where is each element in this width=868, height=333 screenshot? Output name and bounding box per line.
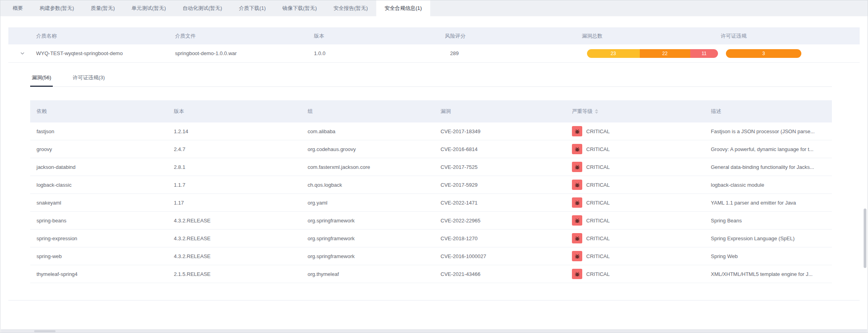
vuln-segment-2: 11 (690, 49, 718, 58)
table-row[interactable]: spring-expression 4.3.2.RELEASE org.spri… (30, 230, 832, 247)
media-header-file: 介质文件 (175, 33, 314, 40)
description-cell: Spring Web (704, 253, 832, 259)
media-name-cell: WYQ-TEST-wyqtest-springboot-demo (36, 50, 175, 56)
description-cell: Fastjson is a JSON processor (JSON parse… (704, 128, 832, 134)
vuln-header-severity[interactable]: 严重等级 (566, 108, 704, 115)
risk-score-cell: 289 (445, 50, 582, 56)
dependency-cell: thymeleaf-spring4 (30, 271, 167, 277)
version-cell: 1.17 (167, 200, 301, 206)
cve-cell: CVE-2017-5929 (434, 182, 566, 188)
sort-desc-icon[interactable] (595, 112, 598, 114)
dependency-cell: logback-classic (30, 182, 167, 188)
table-row[interactable]: fastjson 1.2.14 com.alibaba CVE-2017-183… (30, 122, 832, 140)
severity-critical-badge (572, 233, 582, 243)
group-cell: org.springframework (301, 218, 434, 224)
media-header-risk: 风险评分 (445, 33, 582, 40)
dependency-cell: spring-expression (30, 235, 167, 241)
version-cell: 2.8.1 (167, 164, 301, 170)
group-cell: com.fasterxml.jackson.core (301, 164, 434, 170)
vuln-header-description: 描述 (704, 108, 832, 115)
vuln-total-cell: 232211 (582, 49, 721, 58)
security-compliance-panel: 介质名称 介质文件 版本 风险评分 漏洞总数 许可证违规 WYQ-TEST-wy… (0, 16, 868, 300)
media-file-cell: springboot-demo-1.0.0.war (175, 50, 314, 56)
description-cell: Groovy: A powerful, dynamic language for… (704, 146, 832, 152)
tab-unit-test[interactable]: 单元测试(暂无) (123, 0, 174, 16)
description-cell: Spring Beans (704, 218, 832, 224)
horizontal-scrollbar-track[interactable] (1, 329, 867, 333)
tab-image-download[interactable]: 镜像下载(暂无) (274, 0, 325, 16)
table-row[interactable]: spring-web 4.3.2.RELEASE org.springframe… (30, 247, 832, 265)
version-cell: 2.4.7 (167, 146, 301, 152)
severity-cell: CRITICAL (566, 251, 704, 261)
severity-critical-badge (572, 215, 582, 226)
description-cell: YAML 1.1 parser and emitter for Java (704, 200, 832, 206)
group-cell: org.springframework (301, 235, 434, 241)
sort-asc-icon[interactable] (595, 109, 598, 111)
tab-security-compliance[interactable]: 安全合规信息(1) (376, 0, 430, 16)
cve-cell: CVE-2016-1000027 (434, 253, 566, 259)
vertical-scrollbar-thumb[interactable] (864, 209, 866, 268)
expand-cell[interactable] (8, 51, 36, 56)
tab-auto-test[interactable]: 自动化测试(暂无) (174, 0, 231, 16)
version-cell: 2.1.5.RELEASE (167, 271, 301, 277)
severity-critical-badge (572, 251, 582, 261)
media-header-vuln-total: 漏洞总数 (582, 33, 721, 40)
group-cell: org.springframework (301, 253, 434, 259)
version-cell: 1.2.14 (167, 128, 301, 134)
table-row[interactable]: spring-beans 4.3.2.RELEASE org.springfra… (30, 212, 832, 230)
severity-cell: CRITICAL (566, 215, 704, 226)
tab-quality[interactable]: 质量(暂无) (83, 0, 123, 16)
cve-cell: CVE-2017-7525 (434, 164, 566, 170)
severity-critical-badge (572, 144, 582, 154)
tab-license-violations[interactable]: 许可证违规(3) (71, 75, 106, 87)
dependency-cell: snakeyaml (30, 200, 167, 206)
media-table-row[interactable]: WYQ-TEST-wyqtest-springboot-demo springb… (8, 44, 860, 63)
severity-cell: CRITICAL (566, 180, 704, 190)
vulnerability-table: 依赖 版本 组 漏洞 严重等级 描述 fastjson 1.2.14 com.a… (30, 100, 832, 283)
severity-label: CRITICAL (586, 164, 610, 170)
table-row[interactable]: snakeyaml 1.17 org.yaml CVE-2022-1471 CR… (30, 194, 832, 212)
sort-icon[interactable] (595, 109, 598, 114)
severity-critical-badge (572, 180, 582, 190)
tab-security-report[interactable]: 安全报告(暂无) (325, 0, 376, 16)
severity-critical-badge (572, 126, 582, 136)
description-cell: Spring Expression Language (SpEL) (704, 235, 832, 241)
bug-icon (574, 182, 580, 188)
horizontal-scrollbar-thumb[interactable] (34, 330, 56, 332)
severity-label: CRITICAL (586, 182, 610, 188)
bug-icon (574, 164, 580, 170)
severity-label: CRITICAL (586, 235, 610, 241)
vuln-header-dependency: 依赖 (30, 108, 167, 115)
severity-cell: CRITICAL (566, 233, 704, 243)
media-header-name: 介质名称 (36, 33, 175, 40)
detail-tab-bar: 漏洞(56) 许可证违规(3) (30, 75, 832, 87)
media-header-license: 许可证违规 (721, 33, 860, 40)
version-cell: 4.3.2.RELEASE (167, 253, 301, 259)
severity-label: CRITICAL (586, 200, 610, 206)
bug-icon (574, 200, 580, 206)
cve-cell: CVE-2018-1270 (434, 235, 566, 241)
table-row[interactable]: groovy 2.4.7 org.codehaus.groovy CVE-201… (30, 140, 832, 158)
chevron-down-icon[interactable] (20, 51, 25, 56)
severity-critical-badge (572, 197, 582, 208)
severity-cell: CRITICAL (566, 126, 704, 136)
dependency-cell: spring-beans (30, 218, 167, 224)
tab-build-params[interactable]: 构建参数(暂无) (31, 0, 83, 16)
version-cell: 1.1.7 (167, 182, 301, 188)
license-violation-cell: 3 (721, 49, 860, 58)
media-header-version: 版本 (314, 33, 445, 40)
table-row[interactable]: thymeleaf-spring4 2.1.5.RELEASE org.thym… (30, 265, 832, 283)
table-row[interactable]: jackson-databind 2.8.1 com.fasterxml.jac… (30, 158, 832, 176)
bug-icon (574, 235, 580, 241)
severity-cell: CRITICAL (566, 197, 704, 208)
version-cell: 4.3.2.RELEASE (167, 235, 301, 241)
bug-icon (574, 128, 580, 134)
tab-vulnerabilities[interactable]: 漏洞(56) (30, 75, 53, 87)
table-row[interactable]: logback-classic 1.1.7 ch.qos.logback CVE… (30, 176, 832, 194)
tab-bar: 概要构建参数(暂无)质量(暂无)单元测试(暂无)自动化测试(暂无)介质下载(1)… (0, 0, 868, 16)
vuln-segment-1: 22 (640, 49, 690, 58)
tab-overview[interactable]: 概要 (4, 0, 31, 16)
description-cell: General data-binding functionality for J… (704, 164, 832, 170)
severity-label: CRITICAL (586, 218, 610, 224)
tab-artifact-download[interactable]: 介质下载(1) (231, 0, 274, 16)
